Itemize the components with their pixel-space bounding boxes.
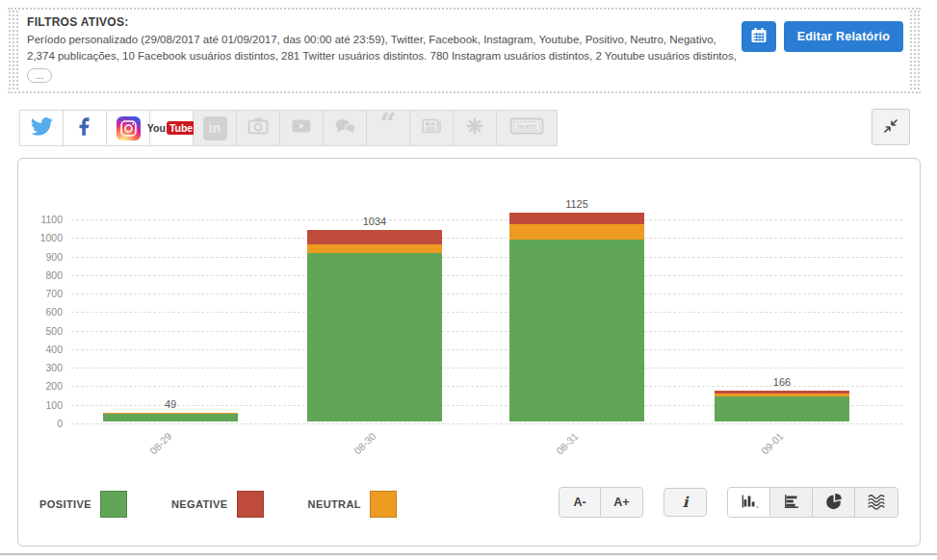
ticket-icon: TICKET	[509, 115, 544, 140]
y-axis-tick: 1100	[18, 214, 63, 225]
font-larger-button[interactable]: A+	[601, 488, 642, 517]
sentiment-chart-panel: 0100200300400500600700800900100011004908…	[17, 158, 921, 547]
source-video-button[interactable]	[280, 111, 324, 145]
y-gridline	[71, 368, 902, 369]
source-facebook-button[interactable]	[64, 111, 107, 145]
source-flare-button[interactable]	[454, 111, 497, 145]
youtube-icon: YouTube	[147, 121, 195, 135]
source-filter-toolbar: YouTube in	[19, 110, 558, 146]
y-axis-tick: 100	[18, 399, 63, 411]
bar-segment-positive[interactable]	[103, 414, 238, 421]
bar-chart-icon	[781, 491, 802, 515]
collapse-widget-button[interactable]	[872, 109, 910, 145]
instagram-icon	[117, 116, 141, 140]
bar-segment-negative[interactable]	[509, 213, 644, 224]
y-gridline	[71, 331, 902, 332]
chart-type-group	[727, 487, 898, 518]
y-gridline	[71, 312, 902, 313]
x-axis-label: 08-30	[321, 430, 377, 487]
pie-chart-icon	[823, 491, 845, 515]
bar-total-label: 166	[715, 376, 849, 388]
stacked-bar-08-31	[509, 213, 644, 421]
bar-total-label: 1034	[307, 216, 442, 227]
stacked-bar-09-01	[715, 391, 849, 421]
bar-segment-positive[interactable]	[715, 396, 849, 421]
source-youtube-button[interactable]: YouTube	[150, 111, 194, 145]
chat-bubbles-icon	[333, 115, 357, 142]
source-photo-button[interactable]	[237, 111, 280, 145]
x-axis-label: 08-31	[523, 430, 580, 487]
legend-item-negative: NEGATIVE	[171, 491, 264, 518]
y-gridline	[71, 257, 902, 258]
expand-filters-button[interactable]: ...	[27, 68, 52, 83]
y-axis-tick: 1000	[18, 232, 63, 243]
source-news-button[interactable]	[410, 111, 454, 145]
chart-type-stream-button[interactable]	[855, 488, 898, 517]
chart-type-bar-button[interactable]	[770, 488, 813, 517]
y-axis-tick: 700	[18, 288, 63, 299]
chart-controls: A- A+ i	[559, 487, 898, 518]
video-play-icon	[290, 115, 313, 141]
y-gridline	[71, 238, 902, 239]
y-axis-tick: 600	[18, 306, 63, 318]
y-axis-tick: 400	[18, 344, 63, 355]
y-gridline	[71, 275, 902, 276]
svg-text:TICKET: TICKET	[517, 124, 537, 130]
newspaper-icon	[420, 115, 443, 141]
legend-label: NEGATIVE	[171, 498, 228, 510]
filters-description-line1: Período personalizado (29/08/2017 até 01…	[27, 32, 757, 48]
y-gridline	[71, 349, 902, 350]
legend-swatch-positive	[100, 491, 127, 518]
bar-total-label: 1125	[509, 198, 644, 210]
edit-report-button[interactable]: Editar Relatório	[784, 21, 903, 52]
quotes-icon	[379, 119, 396, 137]
camera-icon	[247, 115, 270, 141]
source-quotes-button[interactable]	[367, 111, 410, 145]
chart-type-pie-button[interactable]	[813, 488, 855, 517]
legend-item-neutral: NEUTRAL	[308, 491, 397, 518]
y-gridline	[71, 293, 902, 294]
x-axis-label: 08-29	[117, 430, 173, 487]
legend-swatch-neutral	[370, 491, 397, 518]
legend-swatch-negative	[237, 491, 264, 518]
chart-type-column-button[interactable]	[728, 488, 770, 517]
bar-segment-neutral[interactable]	[509, 224, 644, 240]
stacked-bar-08-29	[103, 413, 238, 421]
legend-label: NEUTRAL	[308, 498, 361, 510]
filters-title: FILTROS ATIVOS:	[27, 15, 757, 29]
y-axis-tick: 0	[18, 418, 63, 429]
calendar-icon	[749, 26, 768, 48]
section-divider	[0, 553, 937, 555]
twitter-icon	[31, 115, 53, 141]
chart-legend: POSITIVE NEGATIVE NEUTRAL	[39, 491, 397, 518]
filters-description-line2: 2,374 publicações, 10 Facebook usuários …	[27, 48, 757, 64]
bar-segment-negative[interactable]	[307, 230, 442, 244]
column-chart-icon	[739, 491, 760, 515]
source-ticket-button[interactable]: TICKET	[497, 111, 557, 145]
legend-label: POSITIVE	[39, 498, 91, 510]
stream-chart-icon	[866, 491, 887, 515]
bar-segment-positive[interactable]	[509, 240, 644, 421]
legend-item-positive: POSITIVE	[39, 491, 127, 518]
y-gridline	[71, 423, 902, 424]
flare-star-icon	[464, 115, 485, 140]
source-instagram-button[interactable]	[107, 111, 150, 145]
y-axis-tick: 200	[18, 380, 63, 392]
info-button[interactable]: i	[664, 488, 707, 517]
linkedin-icon: in	[203, 116, 227, 140]
stacked-bar-08-30	[307, 230, 442, 421]
source-twitter-button[interactable]	[20, 111, 64, 145]
y-axis-tick: 800	[18, 269, 63, 281]
source-linkedin-button[interactable]: in	[194, 111, 237, 145]
y-axis-tick: 900	[18, 251, 63, 263]
bar-segment-neutral[interactable]	[307, 244, 442, 253]
font-smaller-button[interactable]: A-	[560, 488, 601, 517]
font-size-group: A- A+	[559, 487, 643, 518]
y-axis-tick: 500	[18, 325, 63, 337]
calendar-button[interactable]	[742, 21, 776, 52]
bar-segment-positive[interactable]	[307, 253, 442, 421]
y-gridline	[71, 219, 902, 220]
active-filters-panel: FILTROS ATIVOS: Período personalizado (2…	[8, 8, 921, 93]
facebook-icon	[74, 115, 95, 140]
source-comments-button[interactable]	[324, 111, 367, 145]
